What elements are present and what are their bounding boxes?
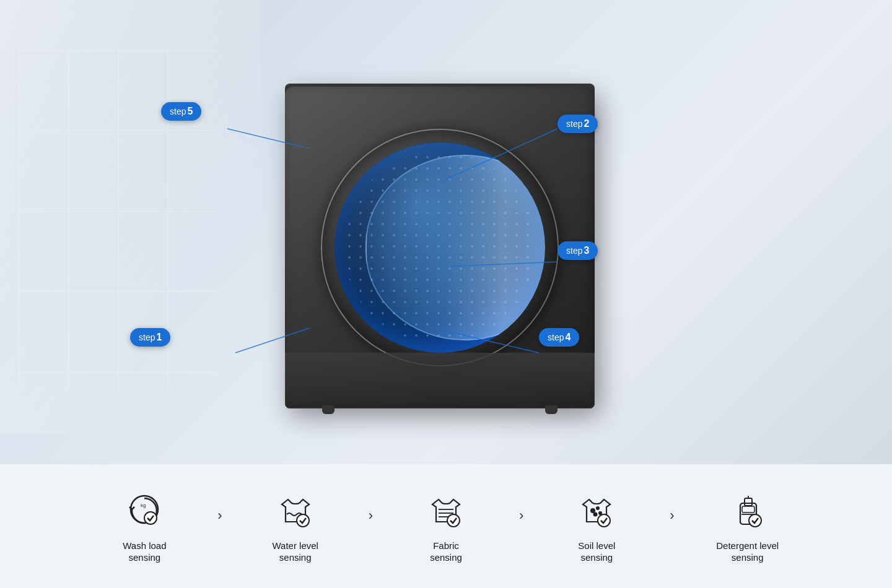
wash-load-svg: kg	[125, 491, 164, 530]
step-word-1: step	[139, 332, 155, 342]
washer-feet	[297, 405, 582, 414]
svg-point-12	[447, 514, 460, 527]
svg-point-23	[749, 514, 761, 527]
step-num-5: 5	[187, 106, 193, 116]
arrow-2: ›	[369, 508, 373, 524]
step-num-3: 3	[584, 245, 589, 256]
svg-point-13	[591, 509, 595, 512]
wash-load-label: Wash load sensing	[123, 540, 166, 564]
fabric-label: Fabric sensing	[430, 540, 462, 564]
main-scene: SAMSUNG Cotton 40 2	[0, 19, 892, 464]
drum-glow	[334, 142, 545, 353]
step-word-4: step	[548, 332, 564, 342]
water-level-svg	[276, 491, 315, 530]
svg-point-8	[297, 514, 309, 527]
step-word-3: step	[566, 246, 582, 256]
water-level-label: Water level sensing	[272, 540, 318, 564]
soil-level-svg	[577, 491, 616, 530]
wash-load-icon: kg	[123, 489, 166, 532]
sensing-item-water-level: Water level sensing	[227, 489, 364, 564]
svg-point-15	[594, 512, 597, 516]
arrow-3: ›	[519, 508, 523, 524]
svg-point-17	[598, 514, 610, 527]
step-word-5: step	[170, 106, 186, 116]
sensing-item-soil-level: Soil level sensing	[528, 489, 665, 564]
sensing-item-wash-load: kg Wash load sensing	[76, 489, 212, 564]
arrow-4: ›	[670, 508, 674, 524]
arrow-1: ›	[217, 508, 222, 524]
step-badge-1: step1	[130, 328, 170, 347]
step-badge-5: step5	[161, 102, 201, 121]
step-badge-2: step2	[558, 115, 598, 133]
step-num-4: 4	[565, 332, 571, 342]
detergent-svg	[728, 491, 767, 530]
soil-level-icon	[575, 489, 618, 532]
foot-left	[322, 405, 334, 414]
step-num-2: 2	[584, 118, 589, 129]
svg-text:kg: kg	[141, 503, 146, 508]
svg-point-16	[599, 512, 601, 514]
sensing-bar: kg Wash load sensing › Water	[0, 464, 892, 588]
sensing-item-fabric: Fabric sensing	[378, 489, 514, 564]
svg-point-7	[144, 512, 157, 524]
washer-machine: SAMSUNG Cotton 40 2	[235, 50, 657, 433]
step-badge-3: step3	[558, 241, 598, 260]
water-level-icon	[274, 489, 317, 532]
step-badge-4: step4	[539, 328, 579, 347]
door-frame	[322, 130, 558, 365]
foot-right	[545, 405, 558, 414]
fabric-svg	[426, 491, 466, 530]
detergent-level-icon	[726, 489, 769, 532]
svg-rect-19	[745, 498, 752, 506]
fabric-icon	[424, 489, 468, 532]
step-num-1: 1	[156, 332, 162, 342]
sensing-item-detergent: Detergent level sensing	[680, 489, 816, 564]
svg-point-14	[597, 507, 599, 509]
svg-rect-22	[742, 506, 754, 512]
drum-interior	[334, 142, 545, 353]
washer-bottom	[285, 353, 595, 409]
detergent-level-label: Detergent level sensing	[716, 540, 779, 564]
soil-level-label: Soil level sensing	[578, 540, 615, 564]
step-word-2: step	[566, 119, 582, 129]
